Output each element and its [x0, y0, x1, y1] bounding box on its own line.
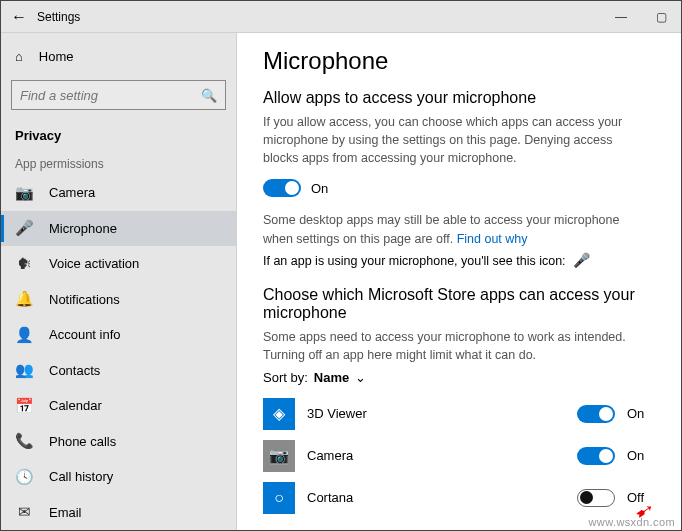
- mic-in-use-note: If an app is using your microphone, you'…: [263, 252, 655, 268]
- sidebar-item-account-info[interactable]: 👤 Account info: [1, 317, 236, 352]
- sidebar: ⌂ Home 🔍 Privacy App permissions 📷 Camer…: [1, 33, 237, 530]
- history-icon: 🕓: [15, 468, 33, 486]
- search-box[interactable]: 🔍: [11, 80, 226, 110]
- microphone-icon: 🎤: [15, 219, 33, 237]
- sidebar-item-microphone[interactable]: 🎤 Microphone: [1, 211, 236, 246]
- app-name: 3D Viewer: [307, 406, 565, 421]
- account-icon: 👤: [15, 326, 33, 344]
- sidebar-item-label: Account info: [49, 327, 121, 342]
- app-tile-icon: ◈: [263, 398, 295, 430]
- sidebar-item-phone-calls[interactable]: 📞 Phone calls: [1, 423, 236, 458]
- find-out-why-link[interactable]: Find out why: [457, 232, 528, 246]
- window-title: Settings: [37, 10, 80, 24]
- app-state: On: [627, 448, 655, 463]
- camera-icon: 📷: [15, 184, 33, 202]
- sidebar-section-privacy: Privacy: [1, 118, 236, 145]
- allow-apps-state: On: [311, 181, 328, 196]
- calendar-icon: 📅: [15, 397, 33, 415]
- sidebar-item-label: Email: [49, 505, 82, 520]
- sidebar-item-call-history[interactable]: 🕓 Call history: [1, 459, 236, 494]
- sidebar-item-label: Contacts: [49, 363, 100, 378]
- sort-by-control[interactable]: Sort by: Name ⌄: [263, 370, 655, 385]
- app-name: Cortana: [307, 490, 565, 505]
- voice-icon: 🗣: [15, 255, 33, 272]
- maximize-button[interactable]: ▢: [641, 10, 681, 24]
- app-row-camera: 📷 Camera On: [263, 435, 655, 477]
- bell-icon: 🔔: [15, 290, 33, 308]
- content-pane[interactable]: Microphone Allow apps to access your mic…: [237, 33, 681, 530]
- app-name: Camera: [307, 448, 565, 463]
- sidebar-item-label: Camera: [49, 185, 95, 200]
- sort-value: Name: [314, 370, 349, 385]
- allow-apps-toggle[interactable]: [263, 179, 301, 197]
- app-toggle-camera[interactable]: [577, 447, 615, 465]
- sidebar-item-camera[interactable]: 📷 Camera: [1, 175, 236, 210]
- home-label: Home: [39, 49, 74, 64]
- search-icon[interactable]: 🔍: [201, 88, 217, 103]
- sidebar-item-calendar[interactable]: 📅 Calendar: [1, 388, 236, 423]
- sort-label: Sort by:: [263, 370, 308, 385]
- sidebar-group-app-permissions: App permissions: [1, 145, 236, 175]
- sidebar-item-notifications[interactable]: 🔔 Notifications: [1, 282, 236, 317]
- sidebar-item-contacts[interactable]: 👥 Contacts: [1, 353, 236, 388]
- sidebar-item-label: Calendar: [49, 398, 102, 413]
- minimize-button[interactable]: —: [601, 10, 641, 24]
- app-toggle-cortana[interactable]: [577, 489, 615, 507]
- app-row-3d-viewer: ◈ 3D Viewer On: [263, 393, 655, 435]
- choose-apps-heading: Choose which Microsoft Store apps can ac…: [263, 286, 655, 322]
- sidebar-home[interactable]: ⌂ Home: [1, 39, 236, 74]
- app-toggle-3d-viewer[interactable]: [577, 405, 615, 423]
- sidebar-item-label: Phone calls: [49, 434, 116, 449]
- titlebar: ← Settings — ▢: [1, 1, 681, 33]
- sidebar-item-label: Call history: [49, 469, 113, 484]
- app-state: On: [627, 406, 655, 421]
- sidebar-item-label: Voice activation: [49, 256, 139, 271]
- contacts-icon: 👥: [15, 361, 33, 379]
- microphone-indicator-icon: 🎤: [573, 252, 590, 268]
- page-title: Microphone: [263, 47, 655, 75]
- chevron-down-icon: ⌄: [355, 370, 366, 385]
- app-tile-icon: ○: [263, 482, 295, 514]
- back-button[interactable]: ←: [1, 8, 37, 26]
- sidebar-item-email[interactable]: ✉ Email: [1, 494, 236, 529]
- desktop-apps-note: Some desktop apps may still be able to a…: [263, 211, 643, 247]
- app-row-cortana: ○ Cortana Off: [263, 477, 655, 519]
- email-icon: ✉: [15, 503, 33, 521]
- allow-apps-description: If you allow access, you can choose whic…: [263, 113, 643, 167]
- phone-icon: 📞: [15, 432, 33, 450]
- sidebar-item-label: Notifications: [49, 292, 120, 307]
- app-tile-icon: 📷: [263, 440, 295, 472]
- watermark: www.wsxdn.com: [589, 516, 676, 528]
- search-input[interactable]: [20, 88, 201, 103]
- allow-apps-heading: Allow apps to access your microphone: [263, 89, 655, 107]
- home-icon: ⌂: [15, 49, 23, 64]
- sidebar-item-voice-activation[interactable]: 🗣 Voice activation: [1, 246, 236, 281]
- sidebar-item-label: Microphone: [49, 221, 117, 236]
- choose-apps-description: Some apps need to access your microphone…: [263, 328, 643, 364]
